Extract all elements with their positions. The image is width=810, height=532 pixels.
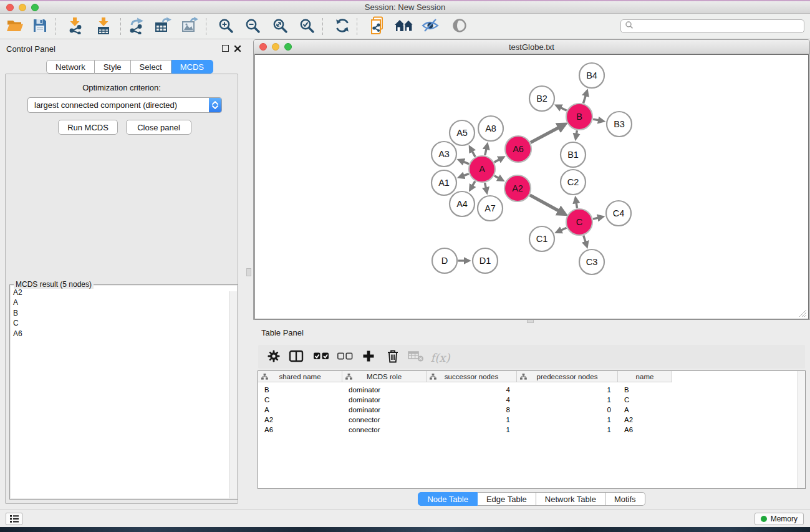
memory-button[interactable]: Memory [755, 513, 804, 525]
graph-node-A[interactable]: A [469, 156, 495, 182]
table-cell[interactable]: A [258, 405, 342, 415]
table-scrollbar[interactable] [797, 371, 805, 488]
select-all-columns-button[interactable] [313, 349, 329, 365]
run-mcds-button[interactable]: Run MCDS [58, 120, 118, 135]
mcds-result-item[interactable]: A2 [13, 288, 237, 297]
table-row[interactable]: Bdominator41B [258, 385, 672, 395]
table-cell[interactable]: dominator [342, 395, 427, 405]
table-cell[interactable]: B [258, 385, 342, 395]
graph-node-A7[interactable]: A7 [478, 196, 503, 221]
add-column-button[interactable] [360, 349, 377, 365]
table-cell[interactable]: A2 [258, 415, 342, 425]
zoom-out-button[interactable] [244, 18, 261, 36]
zoom-selected-button[interactable] [298, 18, 316, 36]
graph-edge-B-B2[interactable] [557, 106, 567, 110]
refresh-network-button[interactable] [334, 18, 351, 36]
graph-edge-A-A4[interactable] [471, 181, 475, 189]
graph-node-A6[interactable]: A6 [505, 136, 531, 162]
tab-style[interactable]: Style [95, 60, 131, 74]
table-cell[interactable]: 1 [517, 425, 618, 435]
graph-edge-A-A1[interactable] [460, 174, 468, 177]
show-hide-graphics-details-button[interactable] [422, 18, 440, 36]
graph-edge-A2-C[interactable] [530, 195, 564, 213]
graph-edge-A-A7[interactable] [485, 183, 487, 191]
import-network-button[interactable] [67, 18, 84, 36]
table-cell[interactable]: 4 [427, 385, 517, 395]
table-cell[interactable]: 0 [517, 405, 618, 415]
table-cell[interactable]: connector [342, 415, 427, 425]
graph-node-A4[interactable]: A4 [450, 191, 475, 216]
table-cell[interactable]: 1 [427, 415, 517, 425]
graph-edge-A6-B[interactable] [531, 125, 564, 143]
close-window-button[interactable] [6, 4, 14, 11]
close-panel-icon[interactable] [234, 45, 241, 52]
tab-network-table[interactable]: Network Table [536, 492, 605, 506]
open-file-button[interactable] [6, 18, 24, 36]
graph-node-A3[interactable]: A3 [432, 142, 456, 167]
table-row[interactable]: Adominator80A [258, 405, 672, 415]
graph-edge-B-B3[interactable] [593, 119, 602, 121]
graph-node-B3[interactable]: B3 [607, 112, 632, 137]
table-cell[interactable]: connector [342, 425, 427, 435]
table-cell[interactable]: dominator [342, 405, 427, 415]
tab-motifs[interactable]: Motifs [605, 492, 645, 506]
column-header-shared-name[interactable]: shared name [258, 371, 342, 382]
close-panel-button[interactable]: Close panel [126, 120, 191, 135]
deselect-all-columns-button[interactable] [337, 349, 353, 365]
graph-node-A5[interactable]: A5 [450, 120, 475, 145]
graph-edge-C-C2[interactable] [576, 200, 577, 208]
tab-network[interactable]: Network [46, 60, 95, 74]
import-table-button[interactable] [95, 18, 112, 36]
first-neighbors-button[interactable] [395, 18, 413, 36]
column-header-MCDS-role[interactable]: MCDS role [342, 371, 427, 382]
graph-node-A2[interactable]: A2 [504, 175, 531, 201]
graph-edge-A-A6[interactable] [494, 158, 503, 162]
zoom-in-button[interactable] [217, 18, 234, 36]
table-cell[interactable]: 1 [517, 415, 618, 425]
column-header-successor-nodes[interactable]: successor nodes [427, 371, 517, 382]
table-cell[interactable]: 8 [427, 405, 517, 415]
mcds-result-list[interactable]: A2ABCA6 [11, 286, 237, 498]
graph-node-B[interactable]: B [566, 104, 592, 130]
graph-node-C2[interactable]: C2 [561, 170, 586, 195]
table-row[interactable]: A6connector11A6 [258, 425, 672, 435]
table-cell[interactable]: 1 [427, 425, 517, 435]
tab-mcds[interactable]: MCDS [171, 60, 213, 74]
zoom-fit-button[interactable] [271, 18, 289, 36]
vertical-divider-handle[interactable] [246, 268, 251, 276]
graph-edge-B-B1[interactable] [576, 130, 577, 137]
criterion-dropdown[interactable]: largest connected component (directed) [27, 97, 222, 113]
table-row[interactable]: Cdominator41C [258, 395, 672, 405]
save-session-button[interactable] [31, 18, 49, 36]
export-table-button[interactable] [154, 18, 171, 36]
graph-node-B1[interactable]: B1 [561, 142, 586, 167]
graph-edge-A-A2[interactable] [494, 176, 502, 180]
graph-node-D[interactable]: D [432, 248, 457, 273]
graph-edge-A-A8[interactable] [485, 145, 487, 155]
graph-node-C1[interactable]: C1 [529, 226, 554, 251]
graph-node-C4[interactable]: C4 [606, 201, 631, 226]
delete-column-button[interactable] [385, 349, 401, 365]
table-cell[interactable]: A6 [258, 425, 342, 435]
table-cell[interactable]: A6 [618, 425, 672, 435]
table-settings-button[interactable] [266, 349, 282, 365]
network-canvas[interactable]: B4B2BB3A5A8A6B1A3AA1C2A2A4A7C4CC1C3DD1 [254, 54, 809, 319]
graph-node-D1[interactable]: D1 [473, 248, 498, 273]
mcds-result-item[interactable]: C [13, 318, 237, 328]
graph-node-B2[interactable]: B2 [529, 86, 554, 111]
graph-edge-A-A3[interactable] [460, 160, 469, 164]
column-header-predecessor-nodes[interactable]: predecessor nodes [517, 371, 618, 382]
network-window-titlebar[interactable]: testGlobe.txt [254, 40, 809, 54]
maximize-window-button[interactable] [31, 4, 39, 11]
table-cell[interactable]: A2 [618, 415, 672, 425]
table-cell[interactable]: 1 [517, 395, 618, 405]
table-cell[interactable]: 4 [427, 395, 517, 405]
column-header-name[interactable]: name [618, 371, 672, 382]
graph-edge-C-C1[interactable] [558, 228, 567, 231]
search-field[interactable] [620, 19, 804, 33]
mcds-result-item[interactable]: B [13, 308, 237, 318]
mcds-result-item[interactable]: A6 [13, 329, 237, 339]
search-input[interactable] [634, 21, 804, 32]
minimize-network-window-button[interactable] [272, 43, 279, 51]
graph-edge-B-B4[interactable] [584, 92, 587, 104]
